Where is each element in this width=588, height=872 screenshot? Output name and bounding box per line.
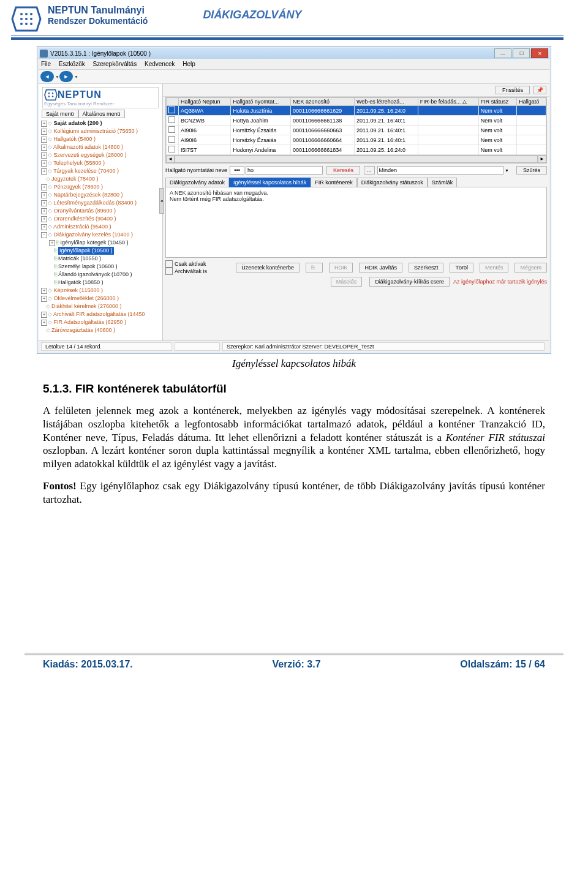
status-record-count: Letöltve 14 / 14 rekord. [41,342,172,351]
svg-point-10 [52,92,54,94]
svg-point-12 [52,96,54,97]
minimize-button[interactable]: — [494,48,511,58]
col-check[interactable] [167,98,179,106]
svg-point-2 [30,13,32,15]
svg-point-11 [48,96,50,97]
col-firsubmit[interactable]: FIR-be feladás... △ [418,98,478,106]
dropdown-icon[interactable]: ▼ [503,168,510,173]
archived-checkbox[interactable] [165,268,173,275]
only-active-label: Csak aktívak [175,261,206,267]
col-printname[interactable]: Hallgató nyomtat... [231,98,291,106]
tree-node[interactable]: Hallgatók (5400 ) [54,136,96,142]
tab-card-statuses[interactable]: Diákigazolvány státuszok [357,178,428,187]
search-button[interactable]: Keresés [326,166,360,175]
grid-row[interactable]: BCNZWBHottya Joahim00011066666611382011.… [167,116,546,126]
tree-node[interactable]: Diákhitel kérelmek (276000 ) [51,303,122,309]
search-more-button[interactable]: ... [364,166,375,175]
menu-tools[interactable]: Eszközök [59,61,85,67]
tree-subnode[interactable]: Állandó igazolványok (10700 ) [58,271,132,277]
tree-node[interactable]: Pénzügyek (78600 ) [54,184,104,190]
filter-select[interactable]: Minden [377,166,503,175]
msgs-to-container-button[interactable]: Üzenetek konténerbe [236,263,300,272]
menu-role[interactable]: Szerepkörváltás [92,61,137,67]
tree-node[interactable]: Jegyzetek (78400 ) [51,176,99,182]
sidebar: NEPTUN Egységes Tanulmányi Rendszer Sajá… [39,84,163,340]
grid-row[interactable]: I5I7STHodonyi Andelina000110666666183420… [167,145,546,155]
tree-node[interactable]: Archivált FIR adatszolgáltatás (14450 [53,311,145,317]
row-checkbox[interactable] [168,116,175,123]
cancel-button[interactable]: Mégsem [514,263,547,272]
grid-row-selected[interactable]: AQ36WAHolota Jusztínia000110666666162920… [167,106,546,116]
col-webcreated[interactable]: Web-es létrehozá... [354,98,418,106]
tree-node[interactable]: Alkalmazotti adatok (14800 ) [53,144,123,150]
row-checkbox[interactable] [168,136,175,143]
svg-point-6 [20,23,23,25]
grid-row[interactable]: AI90I6Horsitzky Ézsaiás00011066666606632… [167,126,546,135]
nav-forward-button[interactable]: ► [59,71,73,82]
tree-subnode[interactable]: Hallgatók (10850 ) [58,279,104,285]
copy-button[interactable]: Másolás [331,277,363,287]
tree-node[interactable]: Szervezeti egységek (28000 ) [54,152,127,158]
col-nek[interactable]: NEK azonosító [291,98,355,106]
menu-favs[interactable]: Kedvencek [145,61,175,67]
row-checkbox[interactable] [168,146,175,152]
tree-node[interactable]: Oklevélmelléklet (266000 ) [54,295,119,301]
row-checkbox[interactable] [168,107,175,113]
sidebar-tab-general[interactable]: Általános menü [78,110,125,118]
doc-header: NEPTUN Tanulmányi Rendszer Dokumentáció … [0,0,588,40]
tree-node[interactable]: Naptárbejegyzések (82800 ) [54,192,123,198]
search-mode-toggle[interactable]: ••• [230,166,244,175]
tree-subnode[interactable]: Személyi lapok (10600 ) [58,263,118,269]
tree-node[interactable]: Adminisztráció (95400 ) [53,224,111,230]
grid-h-scrollbar[interactable]: ◄► [166,155,546,163]
nav-back-button[interactable]: ◄ [40,71,54,82]
row-checkbox[interactable] [168,126,175,133]
sidebar-tab-own[interactable]: Saját menü [42,110,78,118]
sidebar-logo: NEPTUN Egységes Tanulmányi Rendszer [42,87,159,108]
doc-title-line1: NEPTUN Tanulmányi [48,5,148,16]
tree-node[interactable]: Létesítménygazdálkodás (83400 ) [54,200,137,206]
tree-node-expanded[interactable]: Diákigazolvány kezelés (10400 ) [54,231,134,238]
filter-button[interactable]: Szűrés [516,166,547,175]
hdik-button[interactable]: HDIK [329,263,353,272]
unknown-icon-button[interactable]: ⎘ [306,263,323,272]
maximize-button[interactable]: ☐ [513,48,530,58]
tab-card-data[interactable]: Diákigazolvány adatok [165,178,229,187]
col-firstatus[interactable]: FIR státusz [478,98,517,106]
menu-file[interactable]: File [41,61,51,67]
tree-node[interactable]: Záróvizsgáztatás (40600 ) [51,327,115,333]
close-button[interactable]: ✕ [531,48,548,58]
messages-panel: A NEK azonosító hibásan van megadva. Nem… [165,187,547,258]
col-student[interactable]: Hallgató [517,98,546,106]
hdik-fix-button[interactable]: HDIK Javítás [359,263,402,272]
tree-node[interactable]: Telephelyek (55800 ) [53,160,105,166]
svg-point-5 [30,18,32,20]
tree-node[interactable]: Saját adatok (200 ) [54,120,102,126]
only-active-checkbox[interactable] [165,260,173,268]
tree-node[interactable]: Képzések (115600 ) [54,287,104,293]
edit-button[interactable]: Szerkeszt [409,263,444,272]
results-grid[interactable]: Hallgató Neptun Hallgató nyomtat... NEK … [165,97,547,164]
tree-node[interactable]: FIR Adatszolgáltatás (62950 ) [54,319,127,325]
pin-button[interactable]: 📌 [533,86,546,94]
refresh-button[interactable]: Frissítés [496,86,530,94]
grid-row[interactable]: AI90I6Horsitzky Ézsaiás00011066666606642… [167,135,546,145]
tree-subnode[interactable]: Igénylőlap kötegek (10450 ) [61,239,129,246]
tree-node[interactable]: Tárgyak kezelése (70400 ) [53,168,119,174]
tab-fir-containers[interactable]: FIR konténerek [311,178,357,187]
search-input[interactable]: ho [246,166,323,175]
tree-subnode-selected[interactable]: Igénylőlapok (10500 ) [58,247,114,255]
tree-node[interactable]: Órarendkészítés (90400 ) [54,216,116,222]
menu-help[interactable]: Help [183,61,195,67]
svg-point-0 [20,13,23,15]
tree-subnode[interactable]: Matricák (10550 ) [58,255,101,261]
tree-node[interactable]: Kollégiumi adminisztráció (75650 ) [54,128,138,134]
tab-invoices[interactable]: Számlák [428,178,458,187]
tree-node[interactable]: Óranyilvántartás (89600 ) [54,208,116,214]
save-button[interactable]: Mentés [480,263,509,272]
delete-button[interactable]: Töröl [450,263,473,272]
card-reissue-button[interactable]: Diákigazolvány-kííírás csere [369,277,450,287]
sidebar-collapse-handle[interactable]: ◂ [159,188,164,214]
tab-request-errors[interactable]: Igényléssel kapcsolatos hibák [229,178,311,187]
col-neptun[interactable]: Hallgató Neptun [179,98,231,106]
